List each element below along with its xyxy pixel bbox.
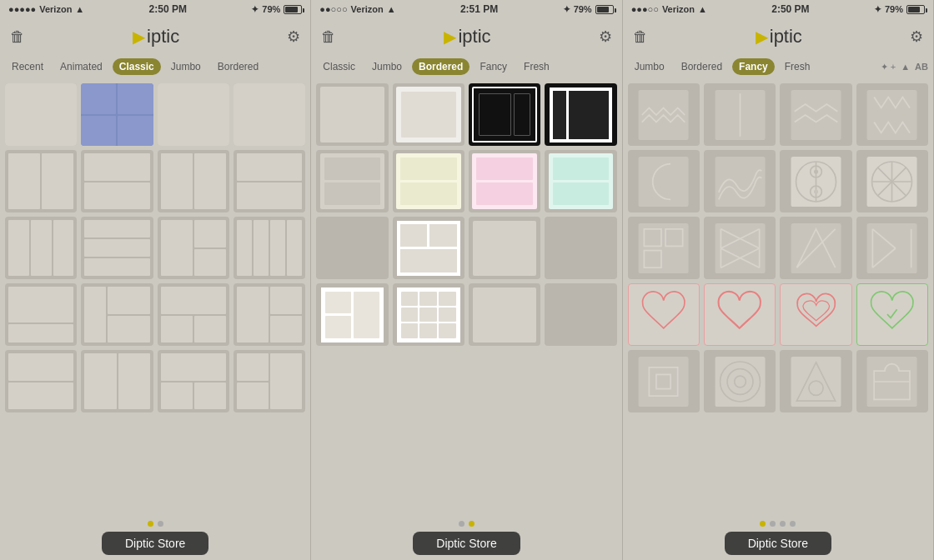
fancy-cell-1-4[interactable] (856, 83, 928, 146)
bordered-cell-1-2[interactable] (393, 83, 464, 146)
fancy-cell-4-2[interactable] (704, 283, 776, 346)
bottom-3: Diptic Store (623, 516, 933, 560)
store-button-2[interactable]: Diptic Store (413, 532, 520, 555)
layout-cell-3-2[interactable] (81, 217, 153, 279)
fancy-cell-5-4[interactable] (856, 350, 928, 412)
fancy-cell-4-4[interactable] (856, 283, 928, 346)
layout-cell-2-4[interactable] (234, 150, 305, 212)
bordered-cell-4-1[interactable] (316, 283, 388, 346)
bordered-cell-2-1[interactable] (316, 150, 388, 212)
battery-icon-2 (595, 5, 614, 14)
trash-icon-3[interactable]: 🗑 (633, 28, 648, 46)
layout-cell-3-3[interactable] (158, 217, 229, 279)
fancy-cell-2-1[interactable] (628, 150, 700, 212)
leaf-icon-3: ▶ (756, 27, 768, 47)
bordered-cell-3-2[interactable] (393, 217, 464, 279)
layout-cell-5-3[interactable] (158, 350, 229, 412)
tab-classic-2[interactable]: Classic (316, 58, 362, 75)
fancy-cell-2-2[interactable] (704, 150, 776, 212)
tab-bordered-1[interactable]: Bordered (211, 58, 265, 75)
tab-jumbo[interactable]: Jumbo (164, 58, 208, 75)
bordered-cell-1-1[interactable] (316, 83, 388, 146)
bordered-cell-2-2[interactable] (393, 150, 464, 212)
bordered-cell-3-1[interactable] (316, 217, 388, 279)
fancy-cell-1-1[interactable] (628, 83, 700, 146)
trash-icon-2[interactable]: 🗑 (321, 28, 336, 46)
layout-cell-5-1[interactable] (5, 350, 77, 412)
wifi-3: ▲ (698, 4, 707, 14)
fancy-cell-2-3[interactable] (780, 150, 851, 212)
gear-icon-3[interactable]: ⚙ (910, 28, 923, 46)
status-left-1: ●●●●● Verizon ▲ (8, 4, 84, 14)
tab-classic[interactable]: Classic (113, 58, 161, 75)
fancy-cell-2-4[interactable] (856, 150, 928, 212)
fancy-cell-3-4[interactable] (856, 217, 928, 279)
time-1: 2:50 PM (149, 3, 187, 15)
layout-cell-4-1[interactable] (5, 283, 77, 346)
bordered-cell-3-3[interactable] (469, 217, 540, 279)
app-name-1: iptic (147, 26, 179, 48)
bordered-cell-2-4[interactable] (545, 150, 616, 212)
panel-classic: ●●●●● Verizon ▲ 2:50 PM ✦ 79% 🗑 ▶ iptic … (0, 0, 311, 560)
sort-icon-2[interactable]: ▲ (901, 62, 910, 72)
tab-fresh-2[interactable]: Fresh (517, 58, 556, 75)
bordered-cell-1-3[interactable] (469, 83, 540, 146)
layout-cell-2-3[interactable] (158, 150, 229, 212)
layout-cell-2-2[interactable] (81, 150, 153, 212)
bordered-cell-1-4[interactable] (545, 83, 616, 146)
layout-cell-2-1[interactable] (5, 150, 77, 212)
title-bar-3: 🗑 ▶ iptic ⚙ (623, 18, 933, 55)
fancy-cell-3-1[interactable] (628, 217, 700, 279)
layout-cell-3-4[interactable] (234, 217, 305, 279)
fancy-cell-4-3[interactable] (780, 283, 851, 346)
fancy-cell-5-2[interactable] (704, 350, 776, 412)
tab-fresh-3[interactable]: Fresh (778, 58, 817, 75)
tab-bar-1: Recent Animated Classic Jumbo Bordered (0, 55, 310, 78)
bordered-cell-3-4[interactable] (545, 217, 616, 279)
layout-cell-5-2[interactable] (81, 350, 153, 412)
gear-icon-1[interactable]: ⚙ (287, 28, 300, 46)
fancy-cell-5-3[interactable] (780, 350, 851, 412)
tab-jumbo-2[interactable]: Jumbo (365, 58, 409, 75)
tab-bordered-3[interactable]: Bordered (675, 58, 729, 75)
fancy-cell-3-2[interactable] (704, 217, 776, 279)
bordered-cell-4-3[interactable] (469, 283, 540, 346)
fancy-cell-1-3[interactable] (780, 83, 851, 146)
layout-cell-3-1[interactable] (5, 217, 77, 279)
tab-fancy-2[interactable]: Fancy (473, 58, 514, 75)
store-button-3[interactable]: Diptic Store (725, 532, 831, 555)
bordered-cell-4-4[interactable] (545, 283, 616, 346)
tab-animated[interactable]: Animated (53, 58, 109, 75)
gear-icon-2[interactable]: ⚙ (599, 28, 612, 46)
layout-cell-4-2[interactable] (81, 283, 153, 346)
layout-cell-1-3[interactable] (158, 83, 229, 146)
fancy-cell-3-3[interactable] (780, 217, 851, 279)
app-title-1: ▶ iptic (133, 26, 179, 48)
bordered-grid (311, 78, 621, 516)
layout-cell-4-3[interactable] (158, 283, 229, 346)
bordered-cell-4-2[interactable] (393, 283, 464, 346)
classic-grid (0, 78, 310, 516)
alpha-icon[interactable]: AB (915, 62, 928, 72)
tab-recent[interactable]: Recent (5, 58, 50, 75)
status-bar-2: ●●○○○ Verizon ▲ 2:51 PM ✦ 79% (311, 0, 621, 18)
tab-bordered-2[interactable]: Bordered (412, 58, 470, 75)
status-bar-1: ●●●●● Verizon ▲ 2:50 PM ✦ 79% (0, 0, 310, 18)
layout-cell-4-4[interactable] (234, 283, 305, 346)
fancy-cell-1-2[interactable] (704, 83, 776, 146)
store-button-1[interactable]: Diptic Store (102, 532, 208, 555)
bordered-cell-2-3[interactable] (469, 150, 540, 212)
trash-icon-1[interactable]: 🗑 (10, 28, 25, 46)
signal-3: ●●●○○ (631, 4, 659, 14)
carrier-3: Verizon (662, 4, 695, 14)
tab-jumbo-3[interactable]: Jumbo (628, 58, 671, 75)
layout-cell-5-4[interactable] (234, 350, 305, 412)
layout-cell-1-2[interactable] (81, 83, 153, 146)
svg-rect-24 (715, 223, 765, 273)
fancy-cell-5-1[interactable] (628, 350, 700, 412)
tab-fancy-3[interactable]: Fancy (732, 58, 775, 75)
fancy-cell-4-1[interactable] (628, 283, 700, 346)
layout-cell-1-4[interactable] (234, 83, 305, 146)
layout-cell-1-1[interactable] (5, 83, 77, 146)
sort-icon-1[interactable]: ✦ + (881, 62, 896, 72)
